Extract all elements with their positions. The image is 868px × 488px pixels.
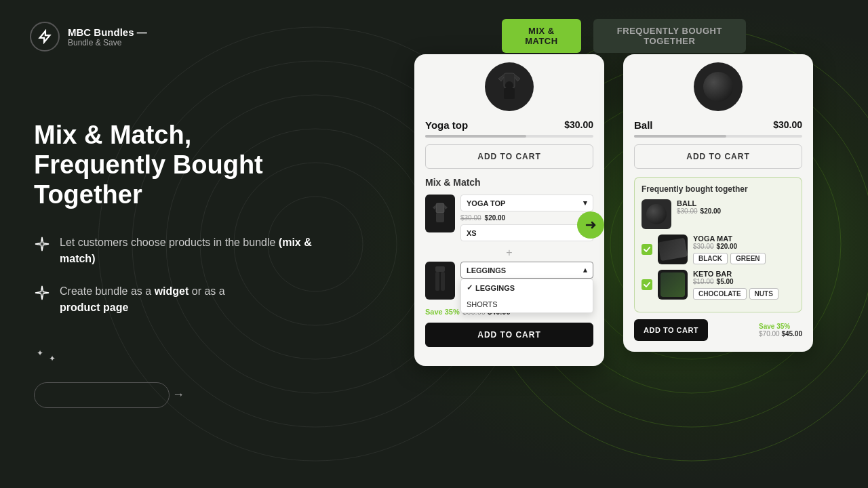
svg-rect-14 bbox=[504, 88, 515, 99]
fbt-item-keto-bar: KETO BAR $10.00 $5.00 CHOCOLATE NUTS bbox=[642, 270, 795, 300]
star-small-1: ✦ bbox=[37, 348, 43, 363]
mix-match-add-to-cart-top[interactable]: ADD TO CART bbox=[425, 144, 593, 169]
mix-match-card: Yoga top $30.00 ADD TO CART Mix & Match bbox=[414, 54, 604, 366]
fbt-rating-bar bbox=[634, 135, 802, 138]
feature-text-2: Create bundle as a widget or as aproduct… bbox=[60, 283, 225, 316]
fbt-item-yoga-mat: YOGA MAT $30.00 $20.00 BLACK GREEN bbox=[642, 235, 795, 264]
fbt-ball-price-orig: $30.00 bbox=[677, 207, 698, 215]
tab-fbt[interactable]: FREQUENTLY BOUGHT TOGETHER bbox=[593, 19, 746, 53]
leggings-dropdown-chevron: ▴ bbox=[583, 266, 587, 274]
fbt-thumb-yoga-mat bbox=[658, 235, 688, 264]
ball-thumb bbox=[646, 204, 667, 224]
fbt-keto-bar-price-orig: $10.00 bbox=[693, 278, 714, 285]
fbt-yoga-mat-black[interactable]: BLACK bbox=[693, 253, 728, 264]
fbt-product-image-container bbox=[623, 54, 813, 111]
bundle-controls-leggings: LEGGINGS ▴ ✓ LEGGINGS SHORTS bbox=[460, 262, 593, 279]
fbt-keto-bar-price-new: $5.00 bbox=[717, 278, 734, 285]
leggings-dropdown-value: LEGGINGS bbox=[467, 266, 506, 274]
svg-rect-16 bbox=[436, 203, 444, 213]
fbt-yoga-mat-variants: BLACK GREEN bbox=[693, 253, 795, 264]
sparkle-icon-2 bbox=[34, 285, 50, 301]
fbt-save-row: ADD TO CART Save 35% $70.00 $45.00 bbox=[634, 319, 802, 341]
fbt-thumb-ball bbox=[642, 199, 671, 229]
fbt-ball-prices: $30.00 $20.00 bbox=[677, 207, 795, 215]
logo-area: MBC Bundles — Bundle & Save bbox=[30, 22, 147, 52]
svg-rect-17 bbox=[436, 213, 444, 222]
green-arrow-button[interactable] bbox=[577, 211, 604, 239]
tab-mix-match[interactable]: MIX & MATCH bbox=[502, 19, 581, 53]
leggings-dropdown-menu[interactable]: ✓ LEGGINGS SHORTS bbox=[460, 279, 593, 313]
decorative-stars: ✦ ✦ bbox=[37, 348, 346, 363]
fbt-add-to-cart-bottom[interactable]: ADD TO CART bbox=[634, 319, 708, 341]
mix-match-save-label: Save 35% bbox=[425, 308, 460, 316]
svg-rect-20 bbox=[441, 272, 445, 291]
right-panel: MIX & MATCH FREQUENTLY BOUGHT TOGETHER bbox=[380, 0, 868, 488]
mix-match-card-body: Yoga top $30.00 ADD TO CART Mix & Match bbox=[414, 111, 604, 366]
yoga-top-size-dropdown[interactable]: XS ▾ bbox=[460, 224, 593, 241]
yoga-top-price-new: $20.00 bbox=[485, 214, 506, 222]
bar-image bbox=[660, 272, 685, 297]
fbt-keto-bar-nuts[interactable]: NUTS bbox=[749, 288, 778, 300]
fbt-yoga-mat-price-orig: $30.00 bbox=[693, 243, 714, 250]
fbt-keto-bar-chocolate[interactable]: CHOCOLATE bbox=[693, 288, 747, 300]
mix-match-product-name: Yoga top bbox=[425, 119, 468, 131]
ball-image bbox=[703, 72, 733, 102]
svg-rect-18 bbox=[435, 266, 445, 272]
svg-point-15 bbox=[505, 81, 513, 89]
main-heading: Mix & Match,Frequently Bought Together bbox=[34, 121, 346, 209]
leggings-option-shorts[interactable]: SHORTS bbox=[461, 296, 593, 312]
logo-title: MBC Bundles — bbox=[68, 26, 147, 38]
fbt-section: Frequently bought together BALL $30.00 $… bbox=[634, 177, 802, 312]
fbt-card: Ball $30.00 ADD TO CART Frequently bough… bbox=[623, 54, 813, 352]
fbt-checkbox-yoga-mat[interactable] bbox=[642, 244, 652, 255]
leggings-option-leggings[interactable]: ✓ LEGGINGS bbox=[461, 279, 593, 296]
fbt-yoga-mat-green[interactable]: GREEN bbox=[730, 253, 766, 264]
leggings-option-shorts-label: SHORTS bbox=[467, 300, 498, 308]
bundle-item-leggings: LEGGINGS ▴ ✓ LEGGINGS SHORTS bbox=[425, 262, 593, 300]
cta-pill bbox=[34, 382, 170, 408]
mix-match-product-image bbox=[485, 62, 534, 111]
yoga-top-dropdown[interactable]: YOGA TOP ▾ bbox=[460, 195, 593, 211]
mix-match-section-label: Mix & Match bbox=[425, 177, 593, 188]
fbt-price: $30.00 bbox=[773, 119, 802, 130]
mix-match-add-to-cart-bottom[interactable]: ADD TO CART bbox=[425, 323, 593, 347]
fbt-info-yoga-mat: YOGA MAT $30.00 $20.00 BLACK GREEN bbox=[693, 235, 795, 264]
fbt-ball-price-new: $20.00 bbox=[701, 207, 722, 215]
yoga-top-price-row: $30.00 $20.00 bbox=[460, 214, 593, 222]
leggings-dropdown[interactable]: LEGGINGS ▴ bbox=[460, 262, 593, 279]
logo-text-group: MBC Bundles — Bundle & Save bbox=[68, 26, 147, 47]
yoga-top-dropdown-chevron: ▾ bbox=[583, 199, 587, 207]
mix-match-rating-bar bbox=[425, 135, 593, 138]
fbt-product-name: Ball bbox=[634, 119, 653, 131]
fbt-save-prices: $70.00 $45.00 bbox=[759, 330, 802, 338]
fbt-section-label: Frequently bought together bbox=[642, 184, 795, 194]
mix-match-product-image-container bbox=[414, 54, 604, 111]
fbt-yoga-mat-prices: $30.00 $20.00 bbox=[693, 243, 795, 250]
feature-item-1: Let customers choose products in the bun… bbox=[34, 235, 346, 267]
mix-match-price: $30.00 bbox=[564, 119, 593, 130]
bundle-controls-yoga-top: YOGA TOP ▾ $30.00 $20.00 XS ▾ bbox=[460, 195, 593, 241]
fbt-info-ball: BALL $30.00 $20.00 bbox=[677, 199, 795, 218]
fbt-yoga-mat-price-new: $20.00 bbox=[717, 243, 738, 250]
fbt-item-ball: BALL $30.00 $20.00 bbox=[642, 199, 795, 229]
fbt-save-price-orig: $70.00 bbox=[759, 330, 780, 338]
fbt-save-label: Save 35% bbox=[759, 323, 802, 330]
fbt-keto-bar-variants: CHOCOLATE NUTS bbox=[693, 288, 795, 300]
mat-image bbox=[658, 238, 688, 262]
fbt-yoga-mat-name: YOGA MAT bbox=[693, 235, 795, 243]
yoga-top-price-orig: $30.00 bbox=[460, 214, 481, 222]
logo-icon bbox=[30, 22, 60, 52]
fbt-save-info: Save 35% $70.00 $45.00 bbox=[759, 323, 802, 338]
bundle-item-yoga-top: YOGA TOP ▾ $30.00 $20.00 XS ▾ bbox=[425, 195, 593, 241]
fbt-keto-bar-name: KETO BAR bbox=[693, 270, 795, 278]
cta-arrow-icon: → bbox=[172, 388, 184, 402]
feature-text-1: Let customers choose products in the bun… bbox=[60, 235, 346, 267]
fbt-add-to-cart-top[interactable]: ADD TO CART bbox=[634, 144, 802, 169]
bundle-thumb-leggings bbox=[425, 262, 455, 300]
fbt-info-keto-bar: KETO BAR $10.00 $5.00 CHOCOLATE NUTS bbox=[693, 270, 795, 300]
sparkle-icon-1 bbox=[34, 236, 50, 252]
mix-match-header: Yoga top $30.00 bbox=[425, 119, 593, 131]
left-panel: MBC Bundles — Bundle & Save Mix & Match,… bbox=[0, 0, 380, 488]
bundle-thumb-yoga-top bbox=[425, 195, 455, 232]
fbt-checkbox-keto-bar[interactable] bbox=[642, 279, 652, 290]
